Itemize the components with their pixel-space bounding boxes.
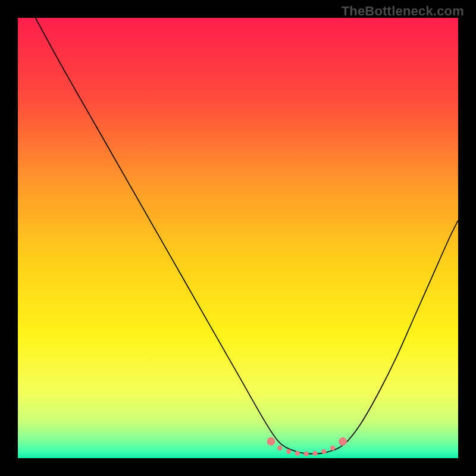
marker-dot: [295, 451, 300, 456]
marker-dot: [277, 446, 282, 450]
plot-area: [18, 18, 458, 458]
marker-dot: [267, 437, 275, 446]
gradient-background: [18, 18, 458, 458]
chart-frame: TheBottleneck.com: [0, 0, 476, 476]
marker-dot: [339, 437, 347, 446]
marker-dot: [330, 446, 335, 450]
watermark-text: TheBottleneck.com: [342, 4, 464, 19]
marker-dot: [321, 449, 326, 454]
chart-svg: [18, 18, 458, 458]
marker-dot: [286, 449, 291, 454]
marker-dot: [304, 451, 309, 456]
marker-dot: [312, 451, 317, 456]
